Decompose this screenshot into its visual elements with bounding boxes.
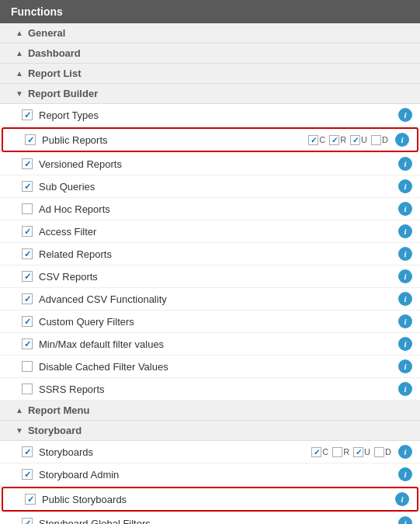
row-storyboards: Storyboards C R U D i bbox=[0, 441, 420, 463]
info-icon-ad-hoc-reports[interactable]: i bbox=[398, 202, 412, 216]
label-ssrs-reports: SSRS Reports bbox=[39, 383, 398, 395]
row-storyboard-global-filters: Storyboard Global Filters i bbox=[0, 512, 420, 524]
group-report-list[interactable]: ▲ Report List bbox=[0, 64, 420, 84]
info-icon-storyboard-global-filters[interactable]: i bbox=[398, 516, 412, 524]
row-advanced-csv: Advanced CSV Functionality i bbox=[0, 288, 420, 311]
checkbox-storyboard-admin[interactable] bbox=[22, 469, 33, 480]
label-versioned-reports: Versioned Reports bbox=[39, 158, 398, 170]
crud-c: C bbox=[308, 135, 328, 145]
info-icon-access-filter[interactable]: i bbox=[398, 224, 412, 238]
group-general[interactable]: ▲ General bbox=[0, 23, 420, 43]
crud-check-sb-r[interactable] bbox=[332, 447, 342, 457]
checkbox-public-storyboards[interactable] bbox=[25, 494, 36, 505]
info-icon-storyboard-admin[interactable]: i bbox=[398, 467, 412, 481]
crud-check-c[interactable] bbox=[308, 135, 318, 145]
checkbox-versioned-reports[interactable] bbox=[22, 158, 33, 169]
arrow-icon-expanded: ▼ bbox=[16, 89, 23, 98]
info-icon-sub-queries[interactable]: i bbox=[398, 179, 412, 193]
info-icon-related-reports[interactable]: i bbox=[398, 247, 412, 261]
row-report-types: Report Types i bbox=[0, 104, 420, 127]
label-csv-reports: CSV Reports bbox=[39, 271, 398, 283]
label-related-reports: Related Reports bbox=[39, 248, 398, 260]
group-dashboard[interactable]: ▲ Dashboard bbox=[0, 43, 420, 64]
checkbox-csv-reports[interactable] bbox=[22, 271, 33, 282]
checkbox-storyboard-global-filters[interactable] bbox=[22, 518, 33, 524]
info-icon-csv-reports[interactable]: i bbox=[398, 269, 412, 283]
info-icon-public-reports[interactable]: i bbox=[395, 133, 409, 147]
crud-d: D bbox=[371, 135, 390, 145]
checkbox-ad-hoc-reports[interactable] bbox=[22, 203, 33, 214]
checkbox-custom-query-filters[interactable] bbox=[22, 316, 33, 327]
crud-check-r[interactable] bbox=[329, 135, 339, 145]
row-disable-cached: Disable Cached Filter Values i bbox=[0, 356, 420, 378]
checkbox-report-types[interactable] bbox=[22, 109, 33, 120]
checkbox-public-reports[interactable] bbox=[25, 134, 36, 145]
info-icon-versioned-reports[interactable]: i bbox=[398, 157, 412, 171]
checkbox-minmax-filter[interactable] bbox=[22, 338, 33, 349]
crud-check-u[interactable] bbox=[350, 135, 360, 145]
row-ssrs-reports: SSRS Reports i bbox=[0, 378, 420, 401]
label-access-filter: Access Filter bbox=[39, 226, 398, 238]
checkbox-storyboards[interactable] bbox=[22, 446, 33, 457]
label-storyboards: Storyboards bbox=[39, 446, 311, 458]
group-report-menu[interactable]: ▲ Report Menu bbox=[0, 401, 420, 421]
crud-r: R bbox=[329, 135, 349, 145]
info-icon-storyboards[interactable]: i bbox=[398, 445, 412, 459]
crud-check-sb-c[interactable] bbox=[311, 447, 321, 457]
info-icon-custom-query-filters[interactable]: i bbox=[398, 314, 412, 328]
row-custom-query-filters: Custom Query Filters i bbox=[0, 311, 420, 333]
label-advanced-csv: Advanced CSV Functionality bbox=[39, 293, 398, 305]
checkbox-ssrs-reports[interactable] bbox=[22, 383, 33, 394]
arrow-icon: ▲ bbox=[16, 49, 23, 57]
crud-check-sb-d[interactable] bbox=[374, 447, 384, 457]
label-custom-query-filters: Custom Query Filters bbox=[39, 316, 398, 328]
group-report-builder[interactable]: ▼ Report Builder bbox=[0, 84, 420, 104]
checkbox-disable-cached[interactable] bbox=[22, 361, 33, 372]
crud-badges-public-reports: C R U D bbox=[308, 135, 390, 145]
arrow-icon-expanded: ▼ bbox=[16, 426, 23, 435]
checkbox-access-filter[interactable] bbox=[22, 226, 33, 237]
crud-sb-c: C bbox=[311, 447, 331, 457]
row-ad-hoc-reports: Ad Hoc Reports i bbox=[0, 198, 420, 220]
label-report-types: Report Types bbox=[39, 109, 398, 121]
checkbox-advanced-csv[interactable] bbox=[22, 293, 33, 304]
crud-badges-storyboards: C R U D bbox=[311, 447, 394, 457]
crud-check-sb-u[interactable] bbox=[353, 447, 363, 457]
crud-sb-u: U bbox=[353, 447, 373, 457]
info-icon-disable-cached[interactable]: i bbox=[398, 359, 412, 373]
row-related-reports: Related Reports i bbox=[0, 243, 420, 265]
row-minmax-filter: Min/Max default filter values i bbox=[0, 333, 420, 356]
info-icon-public-storyboards[interactable]: i bbox=[395, 492, 409, 506]
info-icon-advanced-csv[interactable]: i bbox=[398, 292, 412, 306]
crud-check-d[interactable] bbox=[371, 135, 381, 145]
arrow-icon: ▲ bbox=[16, 406, 23, 415]
label-public-reports: Public Reports bbox=[42, 134, 308, 146]
row-access-filter: Access Filter i bbox=[0, 220, 420, 243]
crud-u: U bbox=[350, 135, 370, 145]
row-versioned-reports: Versioned Reports i bbox=[0, 153, 420, 175]
label-disable-cached: Disable Cached Filter Values bbox=[39, 361, 398, 373]
label-storyboard-global-filters: Storyboard Global Filters bbox=[39, 518, 398, 525]
label-sub-queries: Sub Queries bbox=[39, 181, 398, 193]
label-ad-hoc-reports: Ad Hoc Reports bbox=[39, 203, 398, 215]
checkbox-related-reports[interactable] bbox=[22, 248, 33, 259]
label-minmax-filter: Min/Max default filter values bbox=[39, 338, 398, 350]
crud-sb-r: R bbox=[332, 447, 352, 457]
functions-panel: Functions ▲ General ▲ Dashboard ▲ Report… bbox=[0, 0, 420, 524]
label-storyboard-admin: Storyboard Admin bbox=[39, 469, 398, 481]
row-sub-queries: Sub Queries i bbox=[0, 175, 420, 198]
crud-sb-d: D bbox=[374, 447, 394, 457]
panel-title: Functions bbox=[0, 0, 420, 23]
row-csv-reports: CSV Reports i bbox=[0, 265, 420, 288]
row-public-reports: Public Reports C R U D i bbox=[2, 127, 418, 152]
info-icon-minmax-filter[interactable]: i bbox=[398, 337, 412, 351]
info-icon-ssrs-reports[interactable]: i bbox=[398, 382, 412, 396]
row-storyboard-admin: Storyboard Admin i bbox=[0, 463, 420, 486]
label-public-storyboards: Public Storyboards bbox=[42, 494, 395, 505]
info-icon-report-types[interactable]: i bbox=[398, 108, 412, 122]
checkbox-sub-queries[interactable] bbox=[22, 181, 33, 192]
group-storyboard[interactable]: ▼ Storyboard bbox=[0, 421, 420, 441]
arrow-icon: ▲ bbox=[16, 29, 23, 37]
row-public-storyboards: Public Storyboards i bbox=[2, 487, 418, 512]
arrow-icon: ▲ bbox=[16, 69, 23, 78]
